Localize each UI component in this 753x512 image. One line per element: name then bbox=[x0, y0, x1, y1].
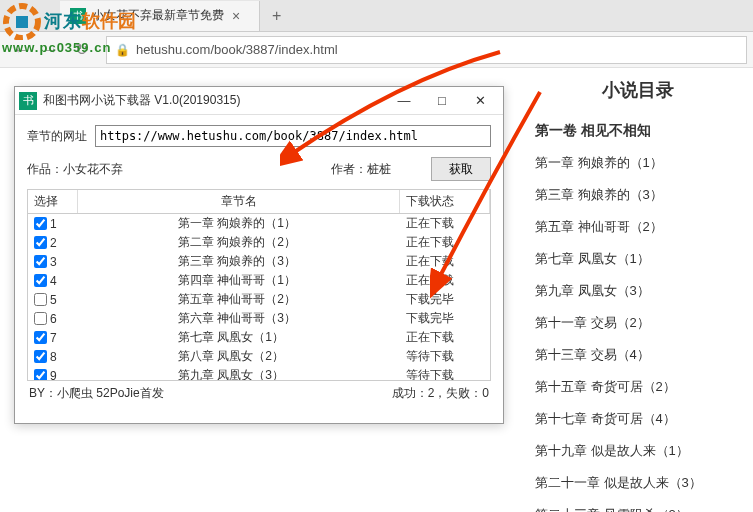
row-status: 正在下载 bbox=[400, 233, 490, 252]
maximize-button[interactable]: □ bbox=[423, 88, 461, 114]
chapter-row[interactable]: 6第六章 神仙哥哥（3）下载完毕 bbox=[28, 309, 490, 328]
row-chapter-name: 第二章 狗娘养的（2） bbox=[78, 233, 400, 252]
row-checkbox[interactable] bbox=[34, 274, 47, 287]
tab-close-icon[interactable]: × bbox=[232, 8, 240, 24]
row-chapter-name: 第九章 凤凰女（3） bbox=[78, 366, 400, 381]
row-number: 7 bbox=[50, 331, 57, 345]
toc-item[interactable]: 第十三章 交易（4） bbox=[535, 346, 741, 364]
toc-item[interactable]: 第十一章 交易（2） bbox=[535, 314, 741, 332]
chapter-row[interactable]: 1第一章 狗娘养的（1）正在下载 bbox=[28, 214, 490, 233]
toc-panel: 小说目录 第一卷 相见不相知 第一章 狗娘养的（1）第三章 狗娘养的（3）第五章… bbox=[523, 68, 753, 512]
url-label: 章节的网址 bbox=[27, 128, 87, 145]
author-name: 桩桩 bbox=[367, 162, 391, 176]
row-status: 等待下载 bbox=[400, 347, 490, 366]
row-chapter-name: 第三章 狗娘养的（3） bbox=[78, 252, 400, 271]
header-name[interactable]: 章节名 bbox=[78, 190, 400, 213]
row-checkbox[interactable] bbox=[34, 236, 47, 249]
toc-item[interactable]: 第二十三章 风雪阻杀（2） bbox=[535, 506, 741, 512]
row-status: 正在下载 bbox=[400, 214, 490, 233]
row-number: 5 bbox=[50, 293, 57, 307]
fetch-button[interactable]: 获取 bbox=[431, 157, 491, 181]
row-chapter-name: 第五章 神仙哥哥（2） bbox=[78, 290, 400, 309]
downloader-window: 书 和图书网小说下载器 V1.0(20190315) — □ ✕ 章节的网址 作… bbox=[14, 86, 504, 424]
row-checkbox[interactable] bbox=[34, 217, 47, 230]
watermark-logo: 河东 软件园 www.pc0359.cn bbox=[2, 2, 136, 55]
new-tab-button[interactable]: + bbox=[260, 7, 293, 25]
row-status: 正在下载 bbox=[400, 271, 490, 290]
app-title: 和图书网小说下载器 V1.0(20190315) bbox=[43, 92, 385, 109]
chapter-row[interactable]: 2第二章 狗娘养的（2）正在下载 bbox=[28, 233, 490, 252]
row-status: 正在下载 bbox=[400, 252, 490, 271]
chapter-row[interactable]: 5第五章 神仙哥哥（2）下载完毕 bbox=[28, 290, 490, 309]
app-icon: 书 bbox=[19, 92, 37, 110]
minimize-button[interactable]: — bbox=[385, 88, 423, 114]
close-button[interactable]: ✕ bbox=[461, 88, 499, 114]
row-chapter-name: 第六章 神仙哥哥（3） bbox=[78, 309, 400, 328]
status-bar: BY：小爬虫 52PoJie首发 成功：2，失败：0 bbox=[27, 381, 491, 402]
watermark-url: www.pc0359.cn bbox=[2, 40, 136, 55]
watermark-brand1: 河东 bbox=[44, 9, 82, 33]
row-checkbox[interactable] bbox=[34, 255, 47, 268]
footer-credit: BY：小爬虫 52PoJie首发 bbox=[29, 385, 164, 402]
toc-item[interactable]: 第九章 凤凰女（3） bbox=[535, 282, 741, 300]
chapter-row[interactable]: 3第三章 狗娘养的（3）正在下载 bbox=[28, 252, 490, 271]
list-header: 选择 章节名 下载状态 bbox=[28, 190, 490, 214]
row-chapter-name: 第四章 神仙哥哥（1） bbox=[78, 271, 400, 290]
row-number: 2 bbox=[50, 236, 57, 250]
toc-item[interactable]: 第五章 神仙哥哥（2） bbox=[535, 218, 741, 236]
toc-item[interactable]: 第七章 凤凰女（1） bbox=[535, 250, 741, 268]
app-titlebar[interactable]: 书 和图书网小说下载器 V1.0(20190315) — □ ✕ bbox=[15, 87, 503, 115]
watermark-brand2: 软件园 bbox=[82, 9, 136, 33]
row-checkbox[interactable] bbox=[34, 369, 47, 381]
toc-title: 小说目录 bbox=[535, 78, 741, 102]
row-number: 9 bbox=[50, 369, 57, 382]
svg-rect-1 bbox=[16, 16, 28, 28]
row-number: 1 bbox=[50, 217, 57, 231]
toc-item[interactable]: 第十七章 奇货可居（4） bbox=[535, 410, 741, 428]
toc-item[interactable]: 第十九章 似是故人来（1） bbox=[535, 442, 741, 460]
toc-item[interactable]: 第三章 狗娘养的（3） bbox=[535, 186, 741, 204]
row-status: 正在下载 bbox=[400, 328, 490, 347]
row-number: 8 bbox=[50, 350, 57, 364]
toc-item[interactable]: 第一章 狗娘养的（1） bbox=[535, 154, 741, 172]
row-checkbox[interactable] bbox=[34, 312, 47, 325]
toc-item[interactable]: 第二十一章 似是故人来（3） bbox=[535, 474, 741, 492]
row-status: 下载完毕 bbox=[400, 309, 490, 328]
row-number: 4 bbox=[50, 274, 57, 288]
footer-stats: 成功：2，失败：0 bbox=[392, 385, 489, 402]
chapter-row[interactable]: 8第八章 凤凰女（2）等待下载 bbox=[28, 347, 490, 366]
chapter-list[interactable]: 选择 章节名 下载状态 1第一章 狗娘养的（1）正在下载2第二章 狗娘养的（2）… bbox=[27, 189, 491, 381]
work-label: 作品： bbox=[27, 161, 63, 178]
chapter-row[interactable]: 7第七章 凤凰女（1）正在下载 bbox=[28, 328, 490, 347]
author-label: 作者： bbox=[331, 162, 367, 176]
address-text: hetushu.com/book/3887/index.html bbox=[136, 42, 338, 57]
header-select[interactable]: 选择 bbox=[28, 190, 78, 213]
chapter-url-input[interactable] bbox=[95, 125, 491, 147]
row-checkbox[interactable] bbox=[34, 350, 47, 363]
watermark-icon bbox=[2, 2, 44, 40]
row-checkbox[interactable] bbox=[34, 331, 47, 344]
row-number: 3 bbox=[50, 255, 57, 269]
address-bar[interactable]: 🔒 hetushu.com/book/3887/index.html bbox=[106, 36, 747, 64]
row-chapter-name: 第七章 凤凰女（1） bbox=[78, 328, 400, 347]
work-name: 小女花不弃 bbox=[63, 161, 123, 178]
row-status: 等待下载 bbox=[400, 366, 490, 381]
toc-item[interactable]: 第十五章 奇货可居（2） bbox=[535, 378, 741, 396]
row-status: 下载完毕 bbox=[400, 290, 490, 309]
row-number: 6 bbox=[50, 312, 57, 326]
row-chapter-name: 第八章 凤凰女（2） bbox=[78, 347, 400, 366]
header-status[interactable]: 下载状态 bbox=[400, 190, 490, 213]
row-checkbox[interactable] bbox=[34, 293, 47, 306]
row-chapter-name: 第一章 狗娘养的（1） bbox=[78, 214, 400, 233]
toc-volume: 第一卷 相见不相知 bbox=[535, 122, 741, 140]
chapter-row[interactable]: 9第九章 凤凰女（3）等待下载 bbox=[28, 366, 490, 381]
chapter-row[interactable]: 4第四章 神仙哥哥（1）正在下载 bbox=[28, 271, 490, 290]
